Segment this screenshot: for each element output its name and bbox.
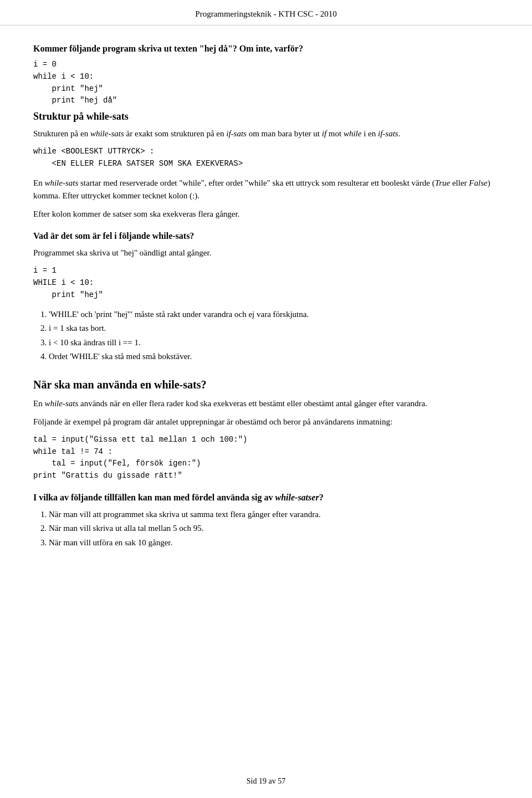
question2-intro: Programmet ska skriva ut "hej" oändligt … — [33, 247, 499, 259]
question2-title: Vad är det som är fel i följande while-s… — [33, 229, 499, 243]
section-when2-heading: I vilka av följande tillfällen kan man m… — [33, 491, 499, 505]
page-footer: Sid 19 av 57 — [0, 775, 532, 787]
question2-option-4: Ordet 'WHILE' ska stå med små bokstäver. — [49, 350, 499, 363]
structure-desc: Strukturen på en while-sats är exakt som… — [33, 127, 499, 140]
question2-option-2: i = 1 ska tas bort. — [49, 322, 499, 335]
section-when2-options-list: När man vill att programmet ska skriva u… — [49, 508, 499, 549]
question2-options-list: 'WHILE' och 'print "hej"' måste stå rakt… — [49, 308, 499, 363]
while-desc2: Efter kolon kommer de satser som ska exe… — [33, 208, 499, 221]
section-when-desc2: Följande är exempel på program där antal… — [33, 416, 499, 428]
question2-option-1: 'WHILE' och 'print "hej"' måste stå rakt… — [49, 308, 499, 321]
subheading-while-sats: Struktur på while-sats — [33, 109, 499, 124]
header-title: Programmeringsteknik - KTH CSC - 2010 — [195, 9, 336, 18]
code-block-3: tal = input("Gissa ett tal mellan 1 och … — [33, 434, 499, 482]
syntax-code: while <BOOLESKT UTTRYCK> : <EN ELLER FLE… — [33, 146, 499, 170]
section-when-heading: När ska man använda en while-sats? — [33, 376, 499, 393]
footer-text: Sid 19 av 57 — [247, 777, 285, 785]
while-desc1: En while-sats startar med reserverade or… — [33, 177, 499, 203]
page-header: Programmeringsteknik - KTH CSC - 2010 — [0, 0, 532, 25]
section-when-desc: En while-sats används när en eller flera… — [33, 397, 499, 410]
section-when2-option-3: När man vill utföra en sak 10 gånger. — [49, 536, 499, 549]
section-when2-option-2: När man vill skriva ut alla tal mellan 5… — [49, 522, 499, 535]
code-block-1: i = 0 while i < 10: print "hej" print "h… — [33, 59, 499, 107]
page-content: Kommer följande program skriva ut texten… — [0, 25, 532, 588]
code-block-2: i = 1 WHILE i < 10: print "hej" — [33, 265, 499, 301]
question2-option-3: i < 10 ska ändras till i == 1. — [49, 336, 499, 349]
question1-title: Kommer följande program skriva ut texten… — [33, 42, 499, 56]
section-when2-option-1: När man vill att programmet ska skriva u… — [49, 508, 499, 521]
